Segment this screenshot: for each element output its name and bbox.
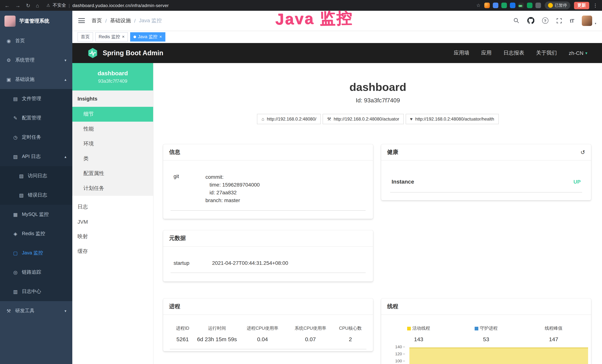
history-icon[interactable]: ↺ — [580, 149, 585, 156]
tab-home[interactable]: 首页 — [77, 32, 93, 41]
browser-forward-icon[interactable]: → — [15, 3, 20, 8]
process-uptime: 运行时间 6d 23h 15m 59s — [195, 325, 239, 342]
chevron-down-icon: ▾ — [64, 309, 66, 313]
extension-puzzle-icon[interactable] — [536, 3, 541, 8]
app-sidebar: 芋道管理系统 ◉ 首页 ⚙ 系统管理 ▾ ▣ 基础设施 ▴ ▤ — [0, 11, 72, 364]
sidebar-item-mysql-monitor[interactable]: ▦ MySQL 监控 — [0, 205, 72, 224]
sba-nav-applications[interactable]: 应用 — [481, 50, 492, 56]
close-icon[interactable]: × — [122, 34, 125, 39]
security-warning-label: 不安全 — [53, 2, 66, 9]
bookmark-star-icon[interactable]: ☆ — [476, 3, 481, 8]
process-pid: 进程ID 5261 — [170, 325, 195, 342]
extension-icon[interactable] — [501, 3, 507, 8]
health-url-link[interactable]: ♥ http://192.168.0.2:48080/actuator/heal… — [406, 114, 499, 124]
browser-home-icon[interactable]: ⌂ — [36, 3, 39, 8]
extension-icon[interactable]: on — [518, 3, 524, 8]
user-avatar[interactable] — [582, 15, 592, 26]
health-card: 健康 ↺ Instance UP — [381, 144, 591, 200]
legend-daemon-threads: 守护进程 53 — [452, 325, 520, 342]
sba-sidebar: dashboard 93a3fc7f7409 Insights 细节 性能 环境… — [72, 63, 153, 364]
sba-main-panel: dashboard Id: 93a3fc7f7409 ⌂ http://192.… — [153, 63, 602, 364]
sidebar-item-label: API 日志 — [22, 153, 61, 160]
instance-id: 93a3fc7f7409 — [98, 78, 127, 84]
sba-item-properties[interactable]: 配置属性 — [72, 166, 153, 181]
font-size-icon[interactable]: tT — [570, 18, 574, 23]
sidebar-item-dev-tools[interactable]: ⚒ 研发工具 ▾ — [0, 301, 72, 321]
sba-item-mappings[interactable]: 映射 — [72, 229, 153, 244]
home-icon: ⌂ — [262, 117, 264, 122]
sidebar-item-label: Java 监控 — [22, 250, 66, 256]
link-text: http://192.168.0.2:48080/ — [267, 117, 316, 122]
browser-back-icon[interactable]: ← — [4, 3, 10, 8]
locale-value: zh-CN — [569, 50, 583, 56]
sidebar-item-tracing[interactable]: ◎ 链路追踪 — [0, 263, 72, 282]
legend-peak-threads: 线程峰值 147 — [520, 325, 587, 342]
document-icon: ▧ — [19, 173, 24, 179]
actuator-url-link[interactable]: ⚒ http://192.168.0.2:48080/actuator — [322, 114, 404, 124]
sba-item-jvm[interactable]: JVM — [72, 214, 153, 229]
sidebar-item-label: MySQL 监控 — [22, 211, 66, 218]
breadcrumb-section[interactable]: 基础设施 — [110, 17, 131, 24]
metadata-card: 元数据 startup 2021-04-27T00:44:31.254+08:0… — [163, 230, 373, 281]
sba-item-logs[interactable]: 日志 — [72, 200, 153, 214]
address-separator: | — [69, 3, 70, 8]
help-icon[interactable]: ? — [542, 17, 548, 24]
page-title: dashboard — [153, 81, 602, 94]
sidebar-item-infrastructure[interactable]: ▣ 基础设施 ▴ — [0, 70, 72, 89]
sidebar-toggle-icon[interactable] — [78, 18, 85, 23]
threads-card: 线程 活动线程 143 守护进程 53 线程峰值 — [381, 299, 591, 364]
extension-icon[interactable] — [527, 3, 532, 8]
legend-value: 53 — [452, 336, 520, 342]
sba-item-scheduled-tasks[interactable]: 计划任务 — [72, 181, 153, 196]
extension-icon[interactable] — [493, 3, 498, 8]
redis-icon: ◈ — [13, 231, 18, 236]
browser-menu-icon[interactable]: ⋮ — [593, 3, 598, 8]
sidebar-item-system[interactable]: ⚙ 系统管理 ▾ — [0, 50, 72, 70]
search-icon[interactable] — [513, 17, 519, 24]
sba-item-environment[interactable]: 环境 — [72, 137, 153, 151]
instance-links: ⌂ http://192.168.0.2:48080/ ⚒ http://192… — [153, 114, 602, 124]
sba-nav-journal[interactable]: 日志报表 — [504, 50, 524, 56]
service-url-link[interactable]: ⌂ http://192.168.0.2:48080/ — [257, 114, 321, 124]
sidebar-item-log-center[interactable]: ▥ 日志中心 — [0, 282, 72, 301]
sba-item-caches[interactable]: 缓存 — [72, 244, 153, 259]
sidebar-item-home[interactable]: ◉ 首页 — [0, 31, 72, 50]
wrench-icon: ⚒ — [327, 117, 331, 122]
metric-value: 0.07 — [286, 336, 334, 342]
cpu-cores: CPU核心数 2 — [334, 325, 366, 342]
github-icon[interactable] — [527, 17, 534, 24]
tab-java-monitor[interactable]: Java 监控 × — [130, 32, 165, 41]
extension-icon[interactable] — [484, 3, 490, 8]
breadcrumb-home[interactable]: 首页 — [92, 17, 102, 24]
sidebar-item-scheduled-tasks[interactable]: ◷ 定时任务 — [0, 128, 72, 147]
sidebar-item-java-monitor[interactable]: ▢ Java 监控 — [0, 243, 72, 263]
sidebar-item-access-logs[interactable]: ▧ 访问日志 — [0, 166, 72, 185]
sidebar-item-redis-monitor[interactable]: ◈ Redis 监控 — [0, 224, 72, 243]
fullscreen-icon[interactable] — [556, 18, 562, 23]
browser-reload-icon[interactable]: ↻ — [26, 3, 30, 8]
address-bar[interactable]: ⚠ 不安全 | dashboard.yudao.iocoder.cn/infra… — [46, 2, 169, 9]
sba-nav-wall[interactable]: 应用墙 — [454, 50, 469, 56]
profile-paused-badge[interactable]: 已暂停 — [545, 1, 570, 9]
close-icon[interactable]: × — [159, 34, 162, 39]
sidebar-item-api-logs[interactable]: ▨ API 日志 ▴ — [0, 147, 72, 166]
breadcrumb-current: Java 监控 — [139, 17, 162, 24]
sidebar-item-error-logs[interactable]: ▧ 错误日志 — [0, 185, 72, 205]
instance-id-line: Id: 93a3fc7f7409 — [153, 97, 602, 104]
tab-redis-monitor[interactable]: Redis 监控 × — [95, 32, 128, 41]
sba-instance-header[interactable]: dashboard 93a3fc7f7409 — [72, 63, 153, 90]
sba-item-classes[interactable]: 类 — [72, 151, 153, 166]
chevron-up-icon: ▴ — [64, 154, 66, 159]
sidebar-item-file-management[interactable]: ▤ 文件管理 — [0, 89, 72, 108]
browser-update-button[interactable]: 更新 — [574, 2, 589, 9]
sidebar-item-config-management[interactable]: ✎ 配置管理 — [0, 108, 72, 128]
info-key: git — [173, 173, 205, 204]
git-branch-line: branch: master — [205, 197, 260, 204]
document-icon: ▧ — [19, 192, 24, 198]
sba-locale-select[interactable]: zh-CN ▾ — [569, 50, 587, 56]
extension-icon[interactable] — [510, 3, 516, 8]
health-instance-label: Instance — [392, 178, 414, 185]
sba-item-performance[interactable]: 性能 — [72, 122, 153, 137]
sba-nav-about[interactable]: 关于我们 — [536, 50, 557, 56]
sba-item-details[interactable]: 细节 — [72, 107, 153, 122]
